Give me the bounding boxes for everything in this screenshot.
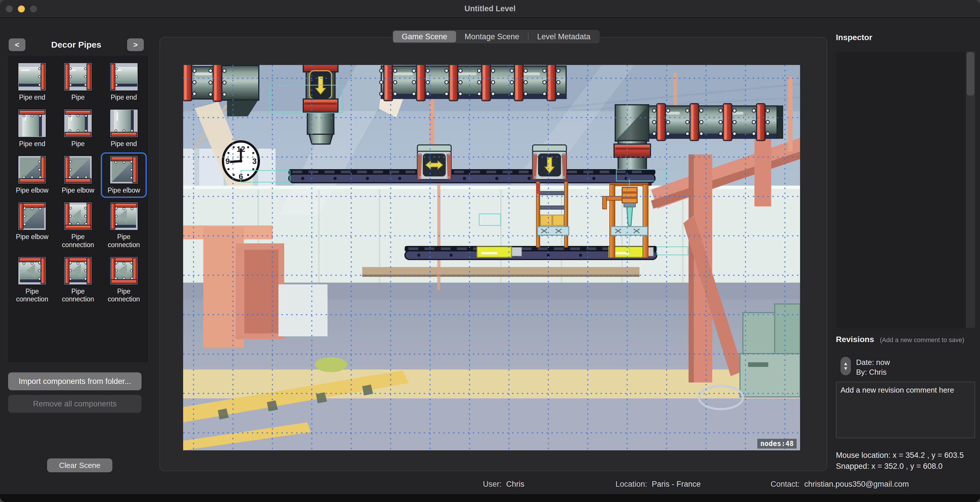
scene-pipe-vertical-arrow[interactable]	[303, 65, 338, 144]
tab-game-scene[interactable]: Game Scene	[393, 31, 456, 43]
inspector-scrollbar-thumb[interactable]	[967, 52, 974, 95]
component-tile-pipe-elbow-top-right[interactable]: Pipe elbow	[101, 153, 147, 198]
inspector-title: Inspector	[836, 33, 872, 42]
window-title: Untitled Level	[0, 0, 980, 17]
component-tile-pipe-connection-e[interactable]: Pipe connection	[101, 253, 147, 307]
revision-stepper[interactable]: ▲ ▼	[840, 357, 851, 375]
component-tile-pipe-connection-b[interactable]: Pipe connection	[101, 199, 147, 252]
revision-comment-input[interactable]: Add a new revision comment here	[836, 381, 975, 438]
svg-text:3: 3	[252, 157, 256, 166]
component-tile-label: Pipe end	[19, 94, 45, 101]
svg-text:9: 9	[225, 157, 230, 166]
pipe-end-left-icon	[110, 62, 138, 91]
footer-location: Location:Paris - France	[616, 480, 701, 489]
pipe-elbow-left-bottom-icon	[64, 155, 92, 184]
pipe-connection-a-icon	[64, 202, 92, 230]
component-tile-label: Pipe connection	[105, 288, 143, 303]
scene-conveyor-upper[interactable]	[289, 170, 655, 183]
scene-conveyor-lower[interactable]	[405, 246, 657, 259]
clear-scene-button[interactable]: Clear Scene	[47, 458, 112, 472]
component-tile-pipe-connection-d[interactable]: Pipe connection	[55, 253, 101, 307]
component-tile-pipe-connection-a[interactable]: Pipe connection	[55, 199, 101, 252]
footer-contact: Contact:christian.pous350@gmail.com	[771, 480, 909, 489]
component-tile-pipe-horizontal[interactable]: Pipe	[55, 59, 101, 105]
component-tile-label: Pipe connection	[13, 288, 51, 303]
component-tile-pipe-elbow-top-left[interactable]: Pipe elbow	[9, 199, 55, 252]
component-tile-label: Pipe end	[19, 140, 45, 148]
snapped-location-status: Snapped: x = 352.0 , y = 608.0	[836, 462, 942, 471]
component-tile-pipe-elbow-left-bottom[interactable]: Pipe elbow	[55, 153, 101, 198]
palette-prev-button[interactable]: <	[9, 38, 25, 51]
component-tile-label: Pipe	[72, 94, 84, 101]
revision-date: Date: now	[856, 357, 890, 367]
tab-montage-scene[interactable]: Montage Scene	[456, 30, 528, 43]
palette-title: Decor Pipes	[25, 40, 127, 50]
component-palette: Pipe end Pipe Pipe end Pipe end Pipe Pip…	[7, 55, 149, 363]
stepper-down-icon[interactable]: ▼	[843, 366, 848, 371]
pipe-end-top-icon	[18, 109, 46, 138]
pipe-connection-c-icon	[18, 256, 46, 285]
pipe-end-bottom-icon	[110, 109, 138, 138]
bottom-strip	[0, 494, 980, 502]
component-tile-pipe-end-bottom[interactable]: Pipe end	[101, 106, 147, 151]
component-tile-pipe-vertical[interactable]: Pipe	[55, 106, 101, 151]
component-tile-label: Pipe elbow	[16, 186, 49, 194]
tab-level-metadata[interactable]: Level Metadata	[528, 30, 599, 43]
component-tile-label: Pipe end	[111, 94, 137, 101]
component-tile-label: Pipe elbow	[107, 186, 140, 194]
scene-arrow-sign-horizontal[interactable]	[417, 145, 451, 180]
revisions-title: Revisions	[836, 335, 874, 344]
component-tile-label: Pipe	[72, 140, 84, 148]
nodes-count-badge: nodes:48	[757, 439, 797, 449]
pipe-elbow-top-left-icon	[18, 202, 46, 230]
remove-all-components-button[interactable]: Remove all components	[8, 395, 142, 413]
component-tile-label: Pipe elbow	[16, 233, 49, 241]
revision-entry: Date: now By: Chris	[856, 357, 890, 377]
component-tile-label: Pipe connection	[105, 233, 143, 249]
component-tile-pipe-connection-c[interactable]: Pipe connection	[9, 253, 55, 307]
component-tile-pipe-end-top[interactable]: Pipe end	[9, 106, 55, 151]
component-tile-pipe-elbow-right-bottom[interactable]: Pipe elbow	[9, 153, 55, 198]
mouse-location-status: Mouse location: x = 354.2 , y = 603.5	[836, 451, 964, 460]
title-bar: Untitled Level	[0, 0, 980, 18]
inspector-panel	[836, 51, 966, 329]
component-tile-label: Pipe end	[111, 140, 137, 148]
pipe-connection-d-icon	[64, 256, 92, 285]
pipe-connection-b-icon	[110, 202, 138, 230]
revisions-hint: (Add a new comment to save)	[880, 336, 964, 344]
scene-tabs: Game Scene Montage Scene Level Metadata	[392, 30, 600, 44]
component-tile-pipe-end-right[interactable]: Pipe end	[9, 59, 55, 105]
scene-arrow-sign-down[interactable]	[533, 145, 566, 180]
revisions-header: Revisions (Add a new comment to save)	[836, 335, 964, 344]
stepper-up-icon[interactable]: ▲	[843, 361, 848, 366]
pipe-vertical-icon	[64, 109, 92, 138]
pipe-elbow-right-bottom-icon	[18, 155, 46, 184]
revision-author: By: Chris	[856, 367, 890, 377]
footer-user: User:Chris	[483, 480, 525, 489]
palette-next-button[interactable]: >	[127, 38, 144, 51]
component-tile-label: Pipe elbow	[62, 186, 94, 194]
component-tile-label: Pipe connection	[59, 233, 97, 249]
game-scene-canvas[interactable]: 12 3 6 9	[183, 65, 800, 450]
level-editor-window: Untitled Level < > Decor Pipes Pipe end …	[0, 0, 980, 502]
import-components-button[interactable]: Import components from folder...	[8, 372, 142, 390]
pipe-horizontal-icon	[64, 62, 92, 91]
component-tile-label: Pipe connection	[59, 288, 97, 303]
pipe-connection-e-icon	[110, 256, 138, 285]
pipe-elbow-top-right-icon	[110, 155, 138, 184]
component-tile-pipe-end-left[interactable]: Pipe end	[101, 59, 147, 105]
pipe-end-right-icon	[18, 62, 46, 91]
